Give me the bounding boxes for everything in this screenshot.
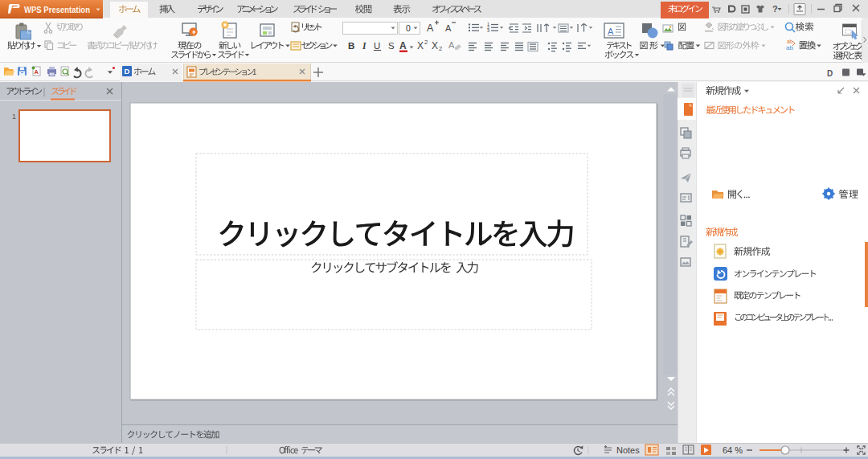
svg-text:A: A: [608, 27, 614, 36]
svg-text:Notes: Notes: [616, 445, 640, 455]
svg-text:B: B: [348, 41, 354, 51]
svg-text:U: U: [374, 41, 380, 51]
svg-text:D: D: [125, 67, 130, 76]
svg-text:X: X: [432, 40, 438, 51]
svg-text:A: A: [448, 40, 455, 50]
svg-text:0: 0: [406, 23, 411, 33]
svg-text:A: A: [399, 40, 407, 51]
svg-text:64 %: 64 %: [723, 445, 743, 455]
svg-text:X: X: [417, 40, 424, 51]
svg-text:3: 3: [487, 28, 489, 33]
svg-text:2: 2: [439, 45, 442, 52]
svg-text:S: S: [388, 41, 395, 51]
svg-text:I: I: [362, 41, 366, 51]
svg-text:A: A: [445, 23, 452, 33]
svg-text:ab: ab: [787, 39, 793, 44]
svg-text:WPS Presentation: WPS Presentation: [24, 5, 90, 14]
svg-text:D: D: [827, 69, 833, 78]
svg-text:2: 2: [424, 39, 428, 46]
svg-text:A: A: [427, 23, 434, 34]
svg-text:?: ?: [772, 4, 778, 14]
svg-text:A: A: [35, 68, 39, 76]
svg-text:1: 1: [12, 113, 16, 121]
